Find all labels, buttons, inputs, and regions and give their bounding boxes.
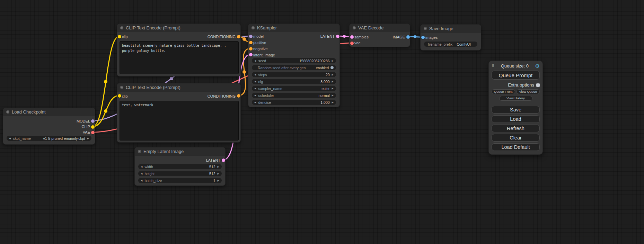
increment-arrow-icon[interactable]: ▶ <box>332 101 334 103</box>
node-title-bar[interactable]: VAE Decode <box>350 24 410 32</box>
node-title-bar[interactable]: Empty Latent Image <box>135 147 225 156</box>
widget-value: 1.000 <box>320 100 329 105</box>
widget-value: 1 <box>213 179 215 183</box>
input-port-positive[interactable] <box>249 41 253 44</box>
input-slot-label: samples <box>354 35 369 39</box>
input-port-latent-image[interactable] <box>249 53 253 56</box>
increment-arrow-icon[interactable]: ▶ <box>218 165 219 168</box>
toggle-knob-icon[interactable] <box>330 66 334 69</box>
input-slot-label: clip <box>122 35 128 39</box>
decrement-arrow-icon[interactable]: ◀ <box>141 179 142 182</box>
load-default-button[interactable]: Load Default <box>492 143 540 151</box>
collapse-dot-icon[interactable] <box>138 150 141 153</box>
widget-random-seed-toggle[interactable]: Random seed after every gen enabled <box>252 65 336 70</box>
queue-front-button[interactable]: Queue Front <box>492 89 515 94</box>
node-clip-text-encode-positive[interactable]: CLIP Text Encode (Prompt) clip CONDITION… <box>117 24 241 76</box>
output-port-conditioning[interactable] <box>237 35 240 38</box>
settings-gear-icon[interactable]: ⚙ <box>535 63 540 69</box>
node-title-bar[interactable]: CLIP Text Encode (Prompt) <box>117 24 240 32</box>
queue-prompt-button[interactable]: Queue Prompt <box>492 71 540 80</box>
widget-cfg[interactable]: ◀ cfg 8.000 ▶ <box>252 79 336 84</box>
node-title-bar[interactable]: Load Checkpoint <box>3 108 95 116</box>
negative-prompt-textarea[interactable]: text, watermark <box>120 101 239 141</box>
node-load-checkpoint[interactable]: Load Checkpoint MODEL CLIP VAE ◀ ckpt_na… <box>3 108 95 145</box>
refresh-button[interactable]: Refresh <box>492 125 540 132</box>
increment-arrow-icon[interactable]: ▶ <box>332 94 334 97</box>
node-title: KSampler <box>257 25 277 30</box>
load-button[interactable]: Load <box>492 115 540 123</box>
output-port-clip[interactable] <box>91 125 95 129</box>
input-port-vae[interactable] <box>350 42 354 45</box>
collapse-dot-icon[interactable] <box>353 26 356 29</box>
node-vae-decode[interactable]: VAE Decode samples IMAGE vae <box>349 24 410 47</box>
input-port-clip[interactable] <box>118 35 121 38</box>
decrement-arrow-icon[interactable]: ◀ <box>254 94 256 97</box>
input-port-samples[interactable] <box>350 35 354 39</box>
output-port-vae[interactable] <box>91 131 95 134</box>
collapse-dot-icon[interactable] <box>120 26 123 29</box>
widget-steps[interactable]: ◀ steps 20 ▶ <box>252 72 336 77</box>
wire-dot-positive <box>242 37 246 41</box>
increment-arrow-icon[interactable]: ▶ <box>218 172 219 175</box>
output-slot-label: VAE <box>83 130 90 134</box>
increment-arrow-icon[interactable]: ▶ <box>218 179 219 182</box>
node-clip-text-encode-negative[interactable]: CLIP Text Encode (Prompt) clip CONDITION… <box>117 83 241 143</box>
input-slot-label: images <box>425 35 438 39</box>
node-ksampler[interactable]: KSampler model LATENT positive negative … <box>248 24 340 107</box>
output-port-image[interactable] <box>406 35 410 39</box>
decrement-arrow-icon[interactable]: ◀ <box>141 165 142 168</box>
widget-value: 20 <box>326 73 330 77</box>
node-title-bar[interactable]: KSampler <box>248 24 339 32</box>
decrement-arrow-icon[interactable]: ◀ <box>254 73 256 76</box>
widget-name: cfg <box>258 80 263 84</box>
widget-filename-prefix[interactable]: filename_prefix ComfyUI <box>424 42 477 47</box>
collapse-dot-icon[interactable] <box>424 27 427 30</box>
widget-scheduler[interactable]: ◀ scheduler normal ▶ <box>252 93 336 98</box>
input-port-clip[interactable] <box>118 94 121 98</box>
collapse-dot-icon[interactable] <box>252 26 255 29</box>
increment-arrow-icon[interactable]: ▶ <box>332 80 334 83</box>
widget-value: 512 <box>209 172 215 176</box>
decrement-arrow-icon[interactable]: ◀ <box>254 60 256 62</box>
save-button[interactable]: Save <box>492 106 540 114</box>
node-save-image[interactable]: Save Image images filename_prefix ComfyU… <box>420 24 481 51</box>
widget-name: ckpt_name <box>13 136 30 141</box>
widget-name: steps <box>258 73 267 77</box>
node-title-bar[interactable]: CLIP Text Encode (Prompt) <box>117 83 240 92</box>
widget-width[interactable]: ◀ width 512 ▶ <box>138 164 222 169</box>
drag-handle-icon[interactable]: ⠿ <box>492 64 494 68</box>
collapse-dot-icon[interactable] <box>6 110 9 114</box>
output-port-model[interactable] <box>91 119 95 123</box>
collapse-dot-icon[interactable] <box>120 86 123 89</box>
decrement-arrow-icon[interactable]: ◀ <box>254 101 256 103</box>
node-title-bar[interactable]: Save Image <box>421 25 481 33</box>
decrement-arrow-icon[interactable]: ◀ <box>254 87 256 90</box>
view-history-button[interactable]: View History <box>499 96 532 101</box>
output-port-latent[interactable] <box>336 35 339 38</box>
input-port-images[interactable] <box>421 36 425 39</box>
output-port-conditioning[interactable] <box>237 94 240 98</box>
widget-ckpt-name[interactable]: ◀ ckpt_name v1-5-pruned-emaonly.ckpt ▶ <box>7 136 91 141</box>
node-empty-latent-image[interactable]: Empty Latent Image LATENT ◀ width 512 ▶ … <box>134 147 226 186</box>
decrement-arrow-icon[interactable]: ◀ <box>254 80 256 83</box>
clear-button[interactable]: Clear <box>492 134 540 142</box>
widget-batch-size[interactable]: ◀ batch_size 1 ▶ <box>138 178 222 183</box>
extra-options-checkbox[interactable] <box>536 83 540 87</box>
increment-arrow-icon[interactable]: ▶ <box>332 87 334 90</box>
decrement-arrow-icon[interactable]: ◀ <box>141 172 142 175</box>
input-port-negative[interactable] <box>249 47 253 51</box>
decrement-arrow-icon[interactable]: ◀ <box>9 137 11 139</box>
widget-denoise[interactable]: ◀ denoise 1.000 ▶ <box>252 100 336 105</box>
widget-seed[interactable]: ◀ seed 156680208700286 ▶ <box>252 58 336 63</box>
increment-arrow-icon[interactable]: ▶ <box>332 73 334 76</box>
view-queue-button[interactable]: View Queue <box>517 89 540 94</box>
increment-arrow-icon[interactable]: ▶ <box>87 137 89 139</box>
increment-arrow-icon[interactable]: ▶ <box>332 60 334 62</box>
positive-prompt-textarea[interactable]: beautiful scenery nature glass bottle la… <box>120 41 239 74</box>
widget-height[interactable]: ◀ height 512 ▶ <box>138 171 222 176</box>
node-title: VAE Decode <box>358 25 383 30</box>
output-port-latent[interactable] <box>222 159 225 162</box>
input-port-model[interactable] <box>249 35 253 38</box>
widget-sampler-name[interactable]: ◀ sampler_name euler ▶ <box>252 86 336 91</box>
graph-canvas[interactable]: Load Checkpoint MODEL CLIP VAE ◀ ckpt_na… <box>0 0 644 244</box>
